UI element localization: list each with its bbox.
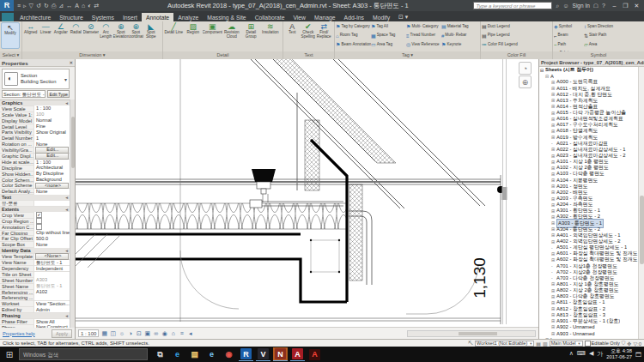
opening-rectangle[interactable] [310,239,340,273]
task-view-icon[interactable]: ⧉ [153,347,167,361]
crop-view-icon[interactable]: ⊡ [135,330,143,337]
dimension-1130[interactable]: 1,130 [471,175,504,324]
ribbon-tool[interactable]: ⚑Multi- Category [406,22,441,32]
press-drag-icon[interactable]: ✥ [627,341,631,347]
tab-collaborate[interactable]: Collaborate [251,13,289,21]
file-explorer-icon[interactable]: ▤ [187,347,202,361]
temporary-hide-icon[interactable]: ∞ [152,330,160,337]
qat-icon[interactable]: ▹ [23,3,27,9]
visual-style-icon[interactable]: ◫ [109,330,117,337]
type-selector[interactable]: Section Building Section ▾ [2,69,70,89]
qat-icon[interactable]: ⌂ [82,3,85,9]
close-button[interactable]: ✕ [631,3,642,9]
ribbon-tool[interactable]: ▤Pipe Legend [482,32,542,41]
ribbon-tool[interactable]: ⚑Tag All [371,22,406,32]
ribbon-tool[interactable]: ⊘Diameter [83,22,99,50]
ribbon-tool[interactable]: ▨Region [184,22,204,50]
ribbon-tool[interactable]: ⌐Beam [554,32,584,41]
ribbon-tool[interactable]: ▣Component [203,22,222,50]
sheet-tree-item[interactable]: ⊞ A903 - Unnamed [539,330,638,336]
detail-level-icon[interactable]: ▦ [100,330,108,337]
steering-wheel-icon[interactable]: ◔ [519,62,532,75]
panel-label-select[interactable]: Select ▾ [0,51,21,59]
help-icon[interactable]: ? [602,3,605,9]
view-scale-button[interactable]: 1 : 100 [78,329,99,337]
sheet-tree-item[interactable]: ⊟ Sheets (시트 접두어) [539,67,638,73]
ribbon-tool[interactable]: ⚑Tag by Category [336,22,371,32]
ribbon-tool[interactable]: ▱Area [584,40,614,50]
ribbon-tool[interactable]: AText [284,22,301,50]
edit-type-button[interactable]: Edit Type [47,90,70,98]
ribbon-tool[interactable]: ↔Aligned [23,22,39,50]
ribbon-tool[interactable]: ╱Detail Line [164,22,184,50]
edge-icon[interactable]: e [170,347,185,361]
qat-icon[interactable]: ⎙ [52,3,57,9]
sheet-tree-item[interactable]: ⊞ A201 - 정면도 [539,184,638,190]
analytical-model-icon[interactable]: ⌂ [169,330,177,337]
ribbon-tool[interactable]: ☁Revision Cloud [222,22,242,50]
qat-icon[interactable]: ≡ [17,3,21,9]
clock[interactable]: 오후 4:38 2017-06-27 [606,348,632,360]
action-center-icon[interactable]: 🗖 [635,352,641,358]
dark-app-icon[interactable]: V [256,347,270,361]
property-row[interactable]: Text [0,195,70,201]
sun-path-icon[interactable]: ☼ [118,330,125,337]
ribbon-tool[interactable]: ↕Span Direction [584,22,614,32]
tab-add-ins[interactable]: Add-Ins [340,13,368,21]
chevron-up-icon[interactable]: ∧ [569,350,574,359]
ribbon-tool[interactable]: ▭Area Tag [371,40,406,50]
design-option-select[interactable]: Main Model▼ [550,341,583,347]
ribbon-tool[interactable]: ▤Duct Legend [482,22,542,32]
search-icon[interactable]: ⌕ [556,3,559,9]
revit-icon[interactable]: R [239,347,253,361]
property-row[interactable]: Scope Box None [0,242,70,248]
properties-scrollbar[interactable] [70,100,75,328]
ribbon-tool[interactable]: ▦Space Tag [371,32,406,41]
ribbon-tool[interactable]: ―Linear [39,22,54,50]
property-row[interactable]: Default Analy... None [0,189,70,195]
tab-analyze[interactable]: Analyze [173,13,203,21]
sign-in-icon[interactable]: ☺ [562,3,568,9]
qat-icon[interactable]: ↻ [44,3,49,9]
ribbon-tool[interactable]: ▤Material Tag [441,22,477,32]
tab-manage[interactable]: Manage [310,13,340,21]
design-options-icon[interactable]: ▥ [543,341,548,347]
acrobat-icon[interactable]: A [290,347,305,361]
minimize-button[interactable]: – [609,3,620,9]
panel-label-tag[interactable]: Tag ▾ [335,51,480,59]
ribbon-tool[interactable]: ◎View Reference [406,40,441,50]
downlight-fixture[interactable] [252,169,276,202]
ribbon-tool[interactable]: ⊕Spot Elevation [113,22,129,50]
tab-structure[interactable]: Structure [55,13,88,21]
qat-icon[interactable]: ↔ [66,3,72,9]
modify-extra[interactable]: ⊡ ▾ [394,12,412,21]
tab-annotate[interactable]: Annotate [142,13,173,21]
ribbon-tool[interactable]: ◣Spot Slope [143,22,159,50]
tab-architecture[interactable]: Architecture [15,13,55,21]
gray-inactive-icon[interactable]: ▤ [536,341,541,347]
active-workset-select[interactable]: Workset1 (Not Editable)▼ [475,341,534,347]
ribbon-tool[interactable]: ⚑Keynote [441,40,477,50]
property-row[interactable]: Dependency Independent [0,266,70,272]
sheet-tree-item[interactable]: ⊞ A104 - 지붕평면도 [539,178,638,184]
property-row[interactable]: 뷰-분류 [0,201,70,207]
ribbon-tool[interactable]: #Multi- Rebar [441,32,477,41]
ribbon-tool[interactable]: ~Path [554,40,584,50]
worksets-icon[interactable]: ⛏ [468,341,473,346]
ime-korean-indicator[interactable]: 가 [597,350,603,359]
sheet-tree-item[interactable]: ⊞ A902 - Unnamed [539,324,638,330]
qat-icon[interactable]: ↺ [36,3,41,9]
zoom-icon[interactable]: ⊕ [519,75,532,88]
windows-search-input[interactable]: Windows 검색 [19,348,148,360]
element-selector[interactable]: Section: 통단면도 - 1 [2,90,46,98]
ribbon-tool[interactable]: ⊕Spot Coordinate [129,22,144,50]
qat-icon[interactable]: ⇄ [94,3,99,9]
chrome-icon[interactable]: ◉ [222,347,236,361]
adobe-red-icon[interactable]: A [307,347,322,361]
ribbon-tool[interactable]: ∠Angular [53,22,69,50]
network-icon[interactable]: ⌨ [577,350,586,359]
help-search-input[interactable]: Type a keyword or phrase [473,2,552,9]
ribbon-tool[interactable]: ≋Insulation [261,22,281,50]
property-row[interactable]: Referencing ... A102 [0,290,70,296]
crop-region-edge[interactable] [502,59,507,324]
